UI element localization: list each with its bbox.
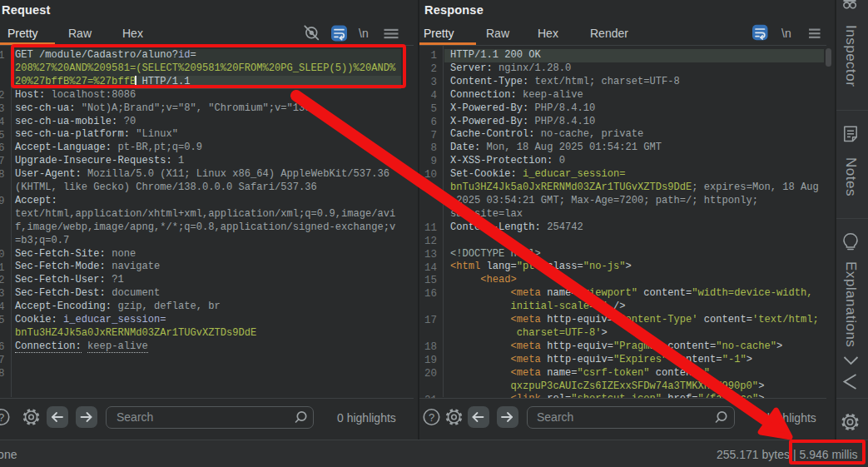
svg-text:?: ? xyxy=(429,411,434,424)
svg-text:?: ? xyxy=(0,411,4,424)
